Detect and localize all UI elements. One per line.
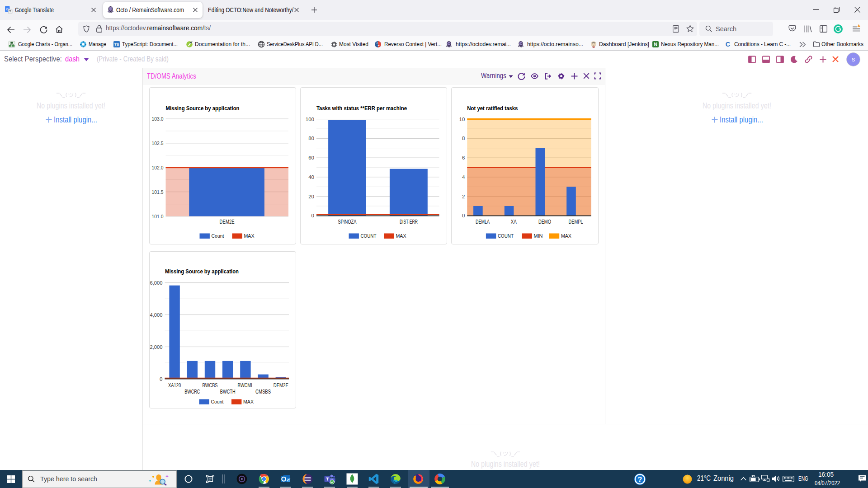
svg-text:COUNT: COUNT [360, 233, 376, 239]
svg-text:CMSBS: CMSBS [255, 388, 271, 394]
svg-text:101.5: 101.5 [151, 189, 163, 195]
svg-text:100: 100 [305, 117, 314, 122]
svg-text:DEM2E: DEM2E [219, 219, 234, 225]
svg-text:MAX: MAX [396, 233, 406, 239]
svg-text:102.0: 102.0 [151, 165, 163, 170]
svg-text:Not yet ratified tasks: Not yet ratified tasks [467, 105, 518, 112]
svg-text:C: C [726, 41, 731, 48]
svg-text:80: 80 [308, 136, 314, 141]
svg-text:4,000: 4,000 [150, 312, 162, 317]
svg-text:BWCTH: BWCTH [220, 388, 235, 394]
svg-text:6: 6 [462, 155, 464, 160]
svg-text:2,000: 2,000 [150, 344, 162, 349]
svg-text:4: 4 [462, 174, 465, 180]
svg-text:Count: Count [211, 399, 224, 404]
svg-text:SPINOZA: SPINOZA [338, 219, 356, 225]
svg-text:DEMLA: DEMLA [476, 219, 490, 225]
svg-text:MIN: MIN [533, 233, 542, 239]
svg-text:BWCRC: BWCRC [184, 388, 200, 394]
svg-text:MAX: MAX [561, 233, 571, 239]
svg-text:DEMO: DEMO [538, 219, 551, 225]
svg-text:60: 60 [308, 155, 314, 160]
svg-text:BWCML: BWCML [237, 382, 253, 388]
svg-text:DEMPL: DEMPL [568, 219, 583, 225]
svg-text:DIST-ERR: DIST-ERR [399, 219, 417, 225]
svg-text:101.0: 101.0 [151, 214, 163, 219]
svg-text:Missing Source by application: Missing Source by application [165, 105, 239, 112]
svg-text:N: N [654, 42, 657, 47]
svg-text:MAX: MAX [244, 233, 254, 239]
svg-text:XA: XA [510, 219, 516, 225]
svg-text:Count: Count [211, 233, 224, 239]
svg-text:6,000: 6,000 [150, 280, 162, 285]
svg-text:DEM2E: DEM2E [273, 382, 288, 388]
svg-text:2: 2 [462, 194, 464, 199]
svg-text:20: 20 [308, 194, 314, 199]
svg-text:8: 8 [462, 136, 464, 141]
svg-text:0: 0 [160, 376, 162, 381]
svg-text:103.0: 103.0 [151, 116, 163, 122]
svg-text:?: ? [638, 476, 642, 483]
svg-text:MAX: MAX [243, 399, 254, 404]
svg-text:0: 0 [311, 213, 314, 218]
svg-text:XA120: XA120 [168, 382, 181, 388]
svg-text:TS: TS [114, 42, 119, 47]
svg-text:BWCBS: BWCBS [202, 382, 217, 388]
svg-text:0: 0 [462, 213, 464, 218]
svg-text:10: 10 [459, 117, 465, 122]
svg-text:102.5: 102.5 [151, 141, 163, 146]
svg-text:COUNT: COUNT [498, 233, 514, 239]
svg-text:Tasks with status **ERR per ma: Tasks with status **ERR per machine [316, 105, 407, 112]
svg-text:Missing Source by application: Missing Source by application [165, 268, 239, 275]
svg-text:40: 40 [308, 174, 314, 180]
